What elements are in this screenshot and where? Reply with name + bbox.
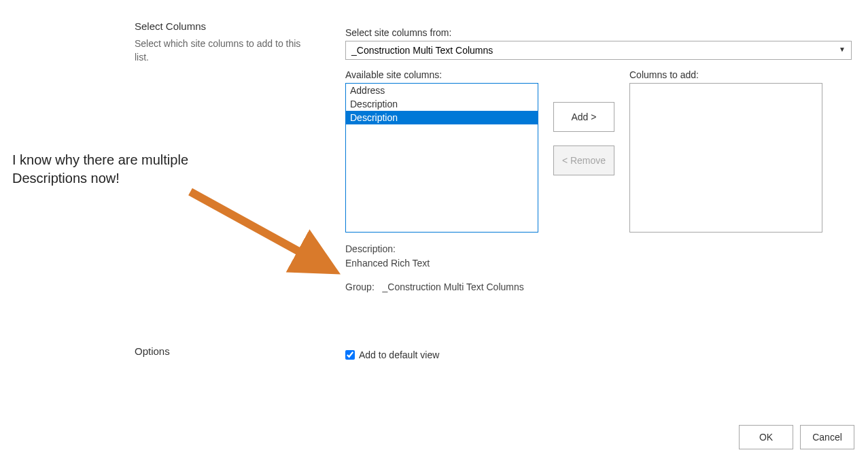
checkbox-add-to-default-view[interactable] [345,350,355,360]
list-item[interactable]: Address [346,84,538,97]
detail-group-label: Group: [345,281,375,292]
cancel-button[interactable]: Cancel [800,425,854,449]
annotation-line-2: Descriptions now! [12,169,188,188]
annotation-arrow-icon [184,185,360,294]
annotation-callout: I know why there are multiple Descriptio… [12,151,188,188]
listbox-columns-to-add[interactable] [629,83,822,233]
label-select-from: Select site columns from: [345,27,855,38]
svg-line-1 [190,192,326,267]
annotation-line-1: I know why there are multiple [12,151,188,169]
section-desc-select-columns: Select which site columns to add to this… [135,37,311,64]
ok-button[interactable]: OK [739,425,793,449]
detail-description-value: Enhanced Rich Text [345,256,855,271]
label-available-columns: Available site columns: [345,69,538,80]
label-add-to-default-view[interactable]: Add to default view [359,349,439,360]
detail-group-value: _Construction Multi Text Columns [382,281,523,292]
section-title-select-columns: Select Columns [135,20,311,32]
remove-button[interactable]: < Remove [553,145,614,175]
listbox-available-columns[interactable]: AddressDescriptionDescription [345,83,538,233]
detail-description-label: Description: [345,243,396,254]
list-item[interactable]: Description [346,97,538,111]
section-title-options: Options [135,345,170,357]
add-button[interactable]: Add > [553,102,614,132]
label-columns-to-add: Columns to add: [629,69,822,80]
dropdown-site-column-group[interactable]: _Construction Multi Text Columns [345,41,852,60]
list-item[interactable]: Description [346,111,538,124]
dropdown-selected-value: _Construction Multi Text Columns [351,45,493,56]
